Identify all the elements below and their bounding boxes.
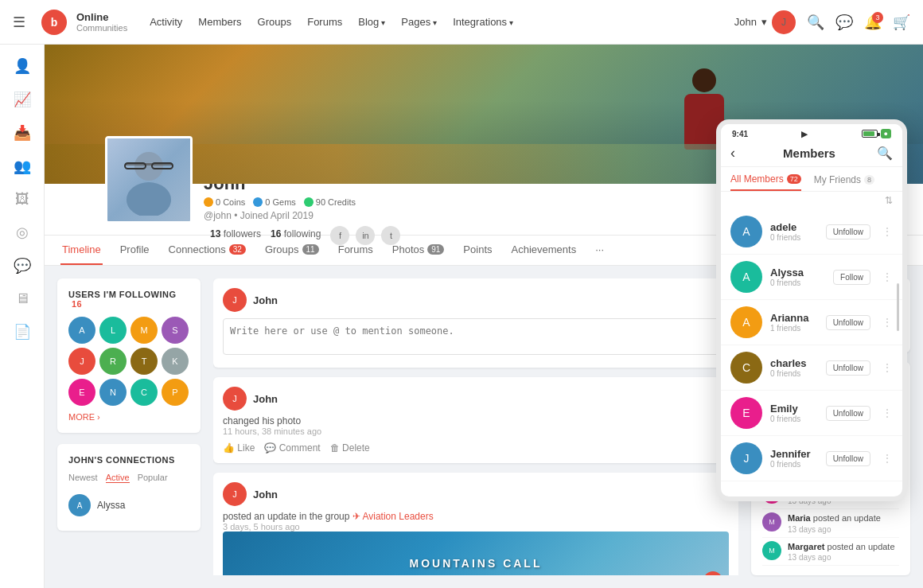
tab-achievements[interactable]: Achievements	[510, 236, 578, 265]
following-avatar[interactable]: C	[130, 379, 158, 406]
following-avatar[interactable]: N	[99, 379, 127, 406]
unfollow-button[interactable]: Unfollow	[826, 406, 870, 421]
mobile-member-avatar: J	[730, 442, 762, 474]
connections-tabs: Newest Active Popular	[68, 473, 189, 483]
mobile-member-avatar: A	[730, 216, 762, 247]
following-grid: A L M S J R T K E N C P	[68, 317, 189, 406]
more-options-icon[interactable]: ⋮	[882, 361, 893, 374]
mobile-member-friends: 0 friends	[770, 369, 818, 378]
act-header-1: J John	[223, 387, 729, 411]
following-avatar[interactable]: J	[68, 348, 95, 375]
connection-avatar[interactable]: A	[68, 494, 91, 516]
mobile-member-name: Alyssa	[770, 267, 825, 278]
more-options-icon[interactable]: ⋮	[882, 271, 893, 283]
mobile-member-friends: 0 friends	[770, 233, 818, 242]
facebook-icon[interactable]: f	[330, 226, 349, 245]
post-input[interactable]	[223, 318, 729, 355]
mobile-member-row[interactable]: J Jennifer 0 friends Unfollow ⋮	[721, 436, 902, 481]
mobile-member-row[interactable]: A Alyssa 0 friends Follow ⋮	[721, 255, 902, 300]
mobile-member-row[interactable]: E Emily 0 friends Unfollow ⋮	[721, 391, 902, 436]
profile-stats: 13 followers 16 following	[210, 228, 321, 239]
tab-profile[interactable]: Profile	[119, 236, 151, 265]
conn-tab-active[interactable]: Active	[106, 473, 130, 483]
following-avatar[interactable]: P	[162, 379, 189, 406]
gems-badge: 0 Gems	[253, 197, 296, 207]
sidebar-monitor-icon[interactable]: 🖥	[15, 290, 29, 307]
following-avatar[interactable]: R	[99, 348, 127, 375]
activity-item-1: J John changed his photo 11 hours, 38 mi…	[213, 377, 738, 463]
linkedin-icon[interactable]: t	[381, 226, 400, 245]
unfollow-button[interactable]: Unfollow	[826, 360, 870, 376]
unfollow-button[interactable]: Unfollow	[826, 451, 870, 466]
mobile-member-friends: 0 friends	[770, 415, 818, 423]
sidebar-inbox-icon[interactable]: 📥	[14, 124, 31, 142]
mobile-status-bar: 9:41 ▶ ●	[721, 124, 902, 140]
nav-blog[interactable]: Blog	[358, 16, 385, 28]
cart-button[interactable]: 🛒	[893, 14, 910, 31]
conn-tab-popular[interactable]: Popular	[138, 473, 168, 483]
top-nav: ☰ b Online Communities Activity Members …	[0, 0, 923, 45]
more-options-icon[interactable]: ⋮	[882, 225, 893, 238]
mobile-tab-all-members[interactable]: All Members 72	[730, 173, 801, 191]
hamburger-menu[interactable]: ☰	[13, 14, 25, 31]
following-avatar[interactable]: T	[130, 348, 158, 375]
sidebar-person-icon[interactable]: 👤	[14, 57, 31, 75]
tab-more[interactable]: ···	[594, 236, 606, 265]
like-button[interactable]: 👍 Like	[223, 442, 255, 454]
mobile-filter-row: ⇅	[721, 192, 902, 209]
mobile-search-icon[interactable]: 🔍	[877, 146, 893, 161]
tab-timeline[interactable]: Timeline	[60, 236, 103, 265]
more-options-icon[interactable]: ⋮	[882, 316, 893, 329]
following-avatar[interactable]: S	[162, 317, 189, 344]
notification-count: 3	[872, 12, 883, 23]
sidebar-group-icon[interactable]: 👥	[14, 158, 31, 175]
mobile-member-row[interactable]: A adele 0 friends Unfollow ⋮	[721, 209, 902, 255]
twitter-icon[interactable]: in	[356, 226, 375, 245]
nav-members[interactable]: Members	[198, 16, 241, 28]
following-avatar[interactable]: L	[99, 317, 127, 344]
group-link[interactable]: ✈ Aviation Leaders	[352, 511, 434, 522]
comment-button[interactable]: 💬 Comment	[264, 442, 320, 454]
more-options-icon[interactable]: ⋮	[882, 407, 893, 419]
sidebar-image-icon[interactable]: 🖼	[15, 191, 29, 208]
follow-button[interactable]: Follow	[833, 270, 870, 285]
following-avatar[interactable]: K	[162, 348, 189, 375]
following-stat: 16 following	[271, 228, 321, 239]
following-more[interactable]: MORE ›	[68, 412, 189, 422]
more-options-icon[interactable]: ⋮	[882, 452, 893, 465]
unfollow-button[interactable]: Unfollow	[826, 315, 870, 330]
delete-button[interactable]: 🗑 Delete	[330, 442, 370, 454]
user-menu[interactable]: John ▾ J	[734, 10, 796, 34]
mobile-tab-my-friends[interactable]: My Friends 8	[814, 173, 874, 191]
nav-forums[interactable]: Forums	[307, 16, 342, 28]
search-button[interactable]: 🔍	[807, 14, 824, 31]
update-time: 13 days ago	[788, 553, 895, 562]
following-avatar[interactable]: E	[68, 379, 95, 406]
filter-icon[interactable]: ⇅	[885, 195, 893, 206]
conn-tab-newest[interactable]: Newest	[68, 473, 98, 483]
sidebar-activity-icon[interactable]: 📈	[14, 91, 31, 108]
nav-activity[interactable]: Activity	[150, 16, 182, 28]
mobile-member-avatar: E	[730, 397, 762, 429]
sidebar-doc-icon[interactable]: 📄	[14, 323, 31, 341]
tab-points[interactable]: Points	[462, 236, 493, 265]
sidebar-circle-icon[interactable]: ◎	[16, 224, 29, 241]
mobile-member-row[interactable]: C charles 0 friends Unfollow ⋮	[721, 345, 902, 391]
sidebar-chat-icon[interactable]: 💬	[14, 257, 31, 275]
nav-integrations[interactable]: Integrations	[453, 16, 513, 28]
mobile-member-row[interactable]: A Arianna 1 friends Unfollow ⋮	[721, 300, 902, 345]
mobile-title: Members	[742, 146, 877, 160]
mobile-scrollbar	[897, 283, 899, 331]
unfollow-button[interactable]: Unfollow	[826, 224, 870, 239]
following-avatar[interactable]: A	[68, 317, 95, 344]
messages-button[interactable]: 💬	[835, 14, 853, 31]
act-actions-1: 👍 Like 💬 Comment 🗑 Delete	[223, 442, 729, 454]
following-avatar[interactable]: M	[130, 317, 158, 344]
nav-groups[interactable]: Groups	[258, 16, 292, 28]
mobile-member-friends: 0 friends	[770, 460, 818, 469]
nav-pages[interactable]: Pages	[401, 16, 437, 28]
profile-avatar	[105, 136, 193, 224]
act-avatar-1: J	[223, 387, 247, 411]
mobile-back-button[interactable]: ‹	[730, 145, 735, 162]
notifications-button[interactable]: 🔔 3	[864, 14, 882, 31]
